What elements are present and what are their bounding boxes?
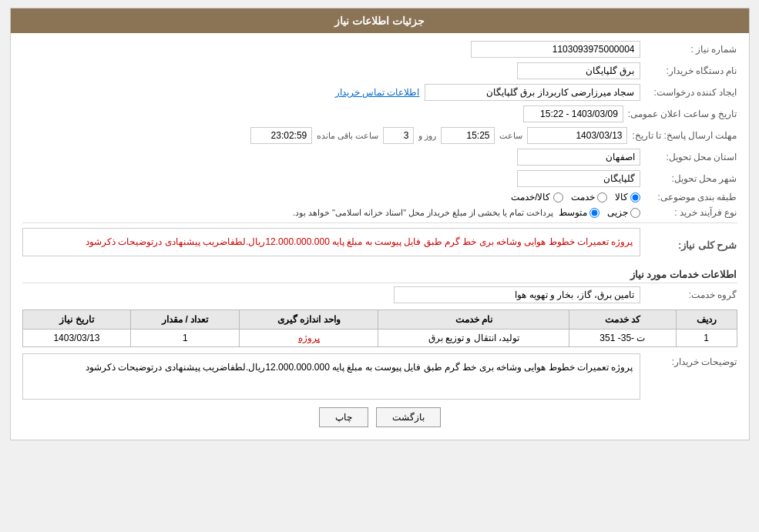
col-header-unit: واحد اندازه گیری	[240, 310, 378, 330]
city-input[interactable]	[517, 170, 640, 187]
service-group-input[interactable]	[394, 286, 640, 303]
days-label: روز و	[418, 131, 436, 141]
cell-row-num: 1	[676, 330, 737, 347]
category-kala-label: کالا	[615, 192, 628, 202]
remaining-label: ساعت باقی مانده	[317, 131, 378, 141]
city-row: شهر محل تحویل:	[22, 170, 737, 187]
col-header-date: تاریخ نیاز	[22, 310, 131, 330]
purchase-radio-jozi[interactable]	[630, 208, 640, 218]
province-row: استان محل تحویل:	[22, 149, 737, 166]
buyer-station-label: نام دستگاه خریدار:	[645, 65, 737, 76]
category-option-both[interactable]: کالا/خدمت	[511, 192, 563, 202]
announce-date-input[interactable]	[523, 105, 623, 122]
reply-date-input[interactable]	[527, 127, 627, 144]
purchase-jozi-label: جزیی	[607, 207, 628, 218]
category-label: طبقه بندی موضوعی:	[645, 192, 737, 202]
creator-input[interactable]	[425, 84, 640, 101]
buyer-notes-row: توضیحات خریدار: پروژه تعمیرات خطوط هوایی…	[22, 353, 737, 400]
reply-time-input[interactable]	[441, 127, 495, 144]
page-title: جزئیات اطلاعات نیاز	[334, 15, 425, 27]
contact-link[interactable]: اطلاعات تماس خریدار	[335, 87, 420, 98]
description-row: شرح کلی نیاز: پروژه تعمیرات خطوط هوایی و…	[22, 228, 737, 263]
creator-row: ایجاد کننده درخواست: اطلاعات تماس خریدار	[22, 84, 737, 101]
content-area: شماره نیاز : نام دستگاه خریدار: ایجاد کن…	[11, 33, 749, 440]
purchase-type-radio-group: جزیی متوسط	[559, 207, 640, 218]
reply-deadline-label: مهلت ارسال پاسخ: تا تاریخ:	[632, 130, 737, 141]
category-radio-kala[interactable]	[630, 192, 640, 202]
buyer-notes-box: پروژه تعمیرات خطوط هوایی وشاخه بری خط گر…	[22, 353, 640, 400]
col-header-service-code: کد خدمت	[569, 310, 676, 330]
category-both-label: کالا/خدمت	[511, 192, 550, 202]
separator1	[22, 223, 737, 223]
main-container: جزئیات اطلاعات نیاز شماره نیاز : نام دست…	[10, 8, 750, 440]
category-radio-both[interactable]	[553, 192, 563, 202]
cell-quantity: 1	[131, 330, 240, 347]
buttons-row: بازگشت چاپ	[22, 407, 737, 427]
description-text: پروژه تعمیرات خطوط هوایی وشاخه بری خط گر…	[86, 236, 633, 247]
province-label: استان محل تحویل:	[645, 152, 737, 162]
service-table: ردیف کد خدمت نام خدمت واحد اندازه گیری ت…	[22, 309, 737, 347]
reply-time-label: ساعت	[499, 131, 522, 141]
purchase-radio-motovaset[interactable]	[589, 208, 599, 218]
buyer-notes-label: توضیحات خریدار:	[645, 353, 737, 367]
back-button[interactable]: بازگشت	[376, 407, 441, 427]
buyer-station-input[interactable]	[517, 62, 640, 79]
purchase-type-label: نوع فرآیند خرید :	[645, 207, 737, 218]
buyer-notes-text: پروژه تعمیرات خطوط هوایی وشاخه بری خط گر…	[86, 362, 633, 373]
cell-date: 1403/03/13	[22, 330, 131, 347]
service-info-title: اطلاعات خدمات مورد نیاز	[22, 269, 737, 283]
category-radio-group: کالا خدمت کالا/خدمت	[511, 192, 640, 202]
table-row: 1 ت -35- 351 تولید، انتقال و توزیع برق پ…	[22, 330, 737, 347]
print-button[interactable]: چاپ	[319, 407, 368, 427]
remaining-input[interactable]	[250, 127, 312, 144]
cell-unit: پروژه	[240, 330, 378, 347]
service-table-container: ردیف کد خدمت نام خدمت واحد اندازه گیری ت…	[22, 309, 737, 347]
reply-deadline-row: مهلت ارسال پاسخ: تا تاریخ: ساعت روز و سا…	[22, 127, 737, 144]
category-radio-khedmat[interactable]	[597, 192, 607, 202]
category-khedmat-label: خدمت	[571, 192, 595, 202]
purchase-type-motovaset[interactable]: متوسط	[559, 207, 599, 218]
city-label: شهر محل تحویل:	[645, 173, 737, 184]
page-header: جزئیات اطلاعات نیاز	[11, 8, 749, 33]
purchase-note: پرداخت تمام یا بخشی از مبلغ خریداز محل "…	[293, 208, 554, 218]
purchase-type-row: نوع فرآیند خرید : جزیی متوسط پرداخت تمام…	[22, 207, 737, 218]
service-group-label: گروه خدمت:	[645, 289, 737, 300]
category-option-kala[interactable]: کالا	[615, 192, 640, 202]
category-option-khedmat[interactable]: خدمت	[571, 192, 607, 202]
purchase-type-jozi[interactable]: جزیی	[607, 207, 640, 218]
col-header-service-name: نام خدمت	[378, 310, 569, 330]
days-input[interactable]	[383, 127, 414, 144]
col-header-quantity: تعداد / مقدار	[131, 310, 240, 330]
cell-service-name: تولید، انتقال و توزیع برق	[378, 330, 569, 347]
description-label: شرح کلی نیاز:	[645, 239, 737, 251]
cell-service-code: ت -35- 351	[569, 330, 676, 347]
province-input[interactable]	[517, 149, 640, 166]
category-row: طبقه بندی موضوعی: کالا خدمت کالا/خدمت	[22, 192, 737, 202]
service-group-row: گروه خدمت:	[22, 286, 737, 303]
purchase-motovaset-label: متوسط	[559, 207, 587, 218]
need-number-row: شماره نیاز :	[22, 41, 737, 58]
creator-label: ایجاد کننده درخواست:	[645, 87, 737, 98]
announce-date-label: تاریخ و ساعت اعلان عمومی:	[628, 109, 737, 119]
announce-date-row: تاریخ و ساعت اعلان عمومی:	[22, 105, 737, 122]
col-header-row-num: ردیف	[676, 310, 737, 330]
need-number-input[interactable]	[471, 41, 640, 58]
need-number-label: شماره نیاز :	[645, 44, 737, 55]
description-box: پروژه تعمیرات خطوط هوایی وشاخه بری خط گر…	[22, 228, 640, 256]
buyer-station-row: نام دستگاه خریدار:	[22, 62, 737, 79]
